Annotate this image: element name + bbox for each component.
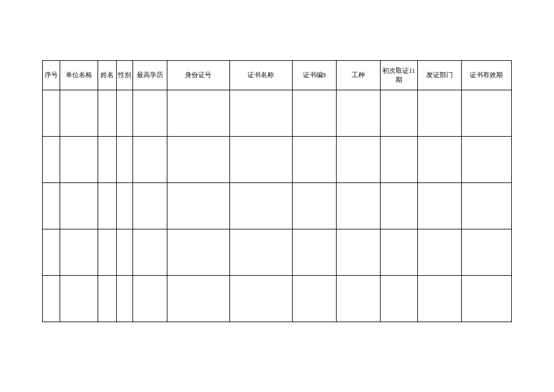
cell [167, 137, 229, 183]
cell [417, 276, 461, 322]
cell [417, 229, 461, 276]
table-row [43, 137, 512, 183]
cell [167, 183, 229, 229]
cell [417, 183, 461, 229]
cell [380, 276, 417, 322]
cell [229, 183, 292, 229]
cell [229, 276, 292, 322]
cell [43, 229, 60, 276]
cell [116, 276, 132, 322]
cell [43, 276, 60, 322]
cell [229, 90, 292, 137]
header-education: 最高学历 [132, 61, 167, 90]
cell [292, 90, 336, 137]
table-row [43, 183, 512, 229]
cell [116, 229, 132, 276]
cell [116, 183, 132, 229]
table-row [43, 276, 512, 322]
cell [292, 229, 336, 276]
cell [417, 90, 461, 137]
header-job-type: 工种 [336, 61, 380, 90]
cell [43, 137, 60, 183]
header-unit: 单位名栋 [60, 61, 98, 90]
cell [60, 229, 98, 276]
cell [60, 90, 98, 137]
header-first-date: 初次取证11期 [380, 61, 417, 90]
cell [336, 137, 380, 183]
cell [229, 137, 292, 183]
cell [98, 183, 116, 229]
cell [98, 137, 116, 183]
cell [380, 90, 417, 137]
header-gender: 性别 [116, 61, 132, 90]
cell [132, 90, 167, 137]
cell [132, 137, 167, 183]
cell [461, 229, 511, 276]
cell [229, 229, 292, 276]
cell [292, 137, 336, 183]
header-row: 序号 单位名栋 姓名 性别 最高学历 身份证号 证书名称 证书编9 工种 初次取… [43, 61, 512, 90]
cell [132, 276, 167, 322]
table-row [43, 229, 512, 276]
header-id-number: 身份证号 [167, 61, 229, 90]
header-cert-no: 证书编9 [292, 61, 336, 90]
cell [167, 229, 229, 276]
cell [336, 90, 380, 137]
cell [292, 276, 336, 322]
cell [43, 90, 60, 137]
cell [132, 229, 167, 276]
cell [167, 90, 229, 137]
cell [167, 276, 229, 322]
registry-table: 序号 单位名栋 姓名 性别 最高学历 身份证号 证书名称 证书编9 工种 初次取… [42, 60, 512, 322]
cell [98, 90, 116, 137]
cell [336, 229, 380, 276]
cell [43, 183, 60, 229]
cell [132, 183, 167, 229]
cell [292, 183, 336, 229]
cell [380, 229, 417, 276]
cell [461, 90, 511, 137]
cell [461, 276, 511, 322]
cell [60, 276, 98, 322]
table-container: 序号 单位名栋 姓名 性别 最高学历 身份证号 证书名称 证书编9 工种 初次取… [0, 0, 554, 322]
cell [417, 137, 461, 183]
header-name: 姓名 [98, 61, 116, 90]
cell [98, 229, 116, 276]
header-cert-name: 证书名称 [229, 61, 292, 90]
header-seq: 序号 [43, 61, 60, 90]
table-row [43, 90, 512, 137]
cell [60, 137, 98, 183]
header-validity: 证书有效期 [461, 61, 511, 90]
cell [98, 276, 116, 322]
cell [336, 183, 380, 229]
cell [116, 90, 132, 137]
header-issuer: 发证部门 [417, 61, 461, 90]
cell [116, 137, 132, 183]
cell [380, 183, 417, 229]
cell [336, 276, 380, 322]
cell [461, 183, 511, 229]
cell [60, 183, 98, 229]
cell [380, 137, 417, 183]
cell [461, 137, 511, 183]
